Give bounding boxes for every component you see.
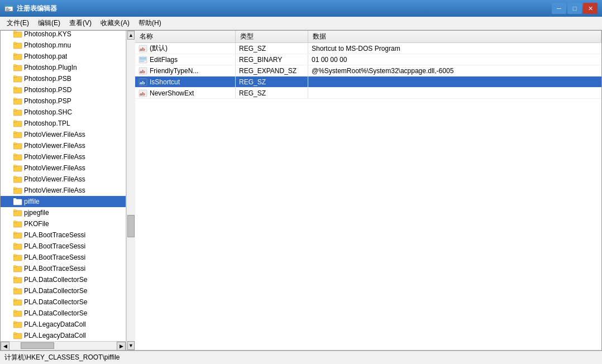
svg-rect-22 — [13, 87, 16, 88]
scroll-left-button[interactable]: ◀ — [1, 342, 9, 351]
cell-type: REG_SZ — [236, 76, 308, 87]
tree-expand-icon[interactable] — [5, 64, 13, 71]
folder-icon — [13, 276, 22, 284]
tree-item[interactable]: PhotoViewer.FileAss — [1, 151, 126, 162]
table-row[interactable]: EditFlagsREG_BINARY01 00 00 00 — [135, 54, 601, 65]
tree-expand-icon[interactable] — [5, 309, 13, 317]
table-row[interactable]: ab FriendlyTypeN...REG_EXPAND_SZ@%System… — [135, 65, 601, 76]
tree-item[interactable]: Photoshop.TPL — [1, 118, 126, 129]
col-header-type[interactable]: 类型 — [236, 31, 308, 42]
menu-favorites[interactable]: 收藏夹(A) — [96, 18, 134, 29]
scroll-track[interactable] — [9, 342, 117, 350]
folder-icon — [13, 31, 22, 38]
table-row[interactable]: ab NeverShowExtREG_SZ — [135, 88, 601, 99]
tree-expand-icon[interactable] — [5, 75, 13, 83]
tree-item[interactable]: PhotoViewer.FileAss — [1, 162, 126, 174]
tree-expand-icon[interactable] — [5, 198, 13, 205]
tree-item[interactable]: PhotoViewer.FileAss — [1, 185, 126, 196]
tree-expand-icon[interactable] — [5, 265, 13, 272]
tree-item[interactable]: PLA.DataCollectorSe — [1, 308, 126, 319]
tree-expand-icon[interactable] — [5, 231, 13, 239]
tree-expand-icon[interactable] — [5, 175, 13, 183]
tree-expand-icon[interactable] — [5, 142, 13, 150]
tree-item[interactable]: Photoshop.PSP — [1, 95, 126, 107]
tree-item[interactable]: PLA.LegacyDataColl — [1, 319, 126, 330]
table-row[interactable]: ab (默认)REG_SZShortcut to MS-DOS Program — [135, 43, 601, 54]
svg-rect-49 — [13, 187, 16, 189]
scroll-up-button[interactable]: ▲ — [127, 31, 135, 40]
tree-expand-icon[interactable] — [5, 287, 13, 295]
tree-expand-icon[interactable] — [5, 41, 13, 49]
tree-item[interactable]: Photoshop.KYS — [1, 31, 126, 40]
folder-icon — [13, 142, 22, 150]
folder-icon — [13, 41, 22, 49]
tree-item[interactable]: piffile — [1, 196, 126, 207]
minimize-button[interactable]: ─ — [552, 3, 566, 14]
folder-icon — [13, 265, 22, 272]
col-header-name[interactable]: 名称 — [135, 31, 236, 42]
tree-expand-icon[interactable] — [5, 186, 13, 194]
tree-item[interactable]: PLA.BootTraceSessi — [1, 229, 126, 241]
ab-reg-icon: ab — [138, 78, 147, 86]
tree-item[interactable]: PhotoViewer.FileAss — [1, 140, 126, 151]
menu-view[interactable]: 查看(V) — [65, 18, 96, 29]
tree-expand-icon[interactable] — [5, 31, 13, 38]
tree-expand-icon[interactable] — [5, 242, 13, 250]
tree-item-label: PLA.LegacyDataColl — [24, 320, 86, 328]
tree-item[interactable]: Photoshop.PlugIn — [1, 62, 126, 73]
tree-item[interactable]: Photoshop.PSB — [1, 73, 126, 84]
tree-item[interactable]: PKOFile — [1, 218, 126, 229]
table-row[interactable]: ab IsShortcutREG_SZ — [135, 76, 601, 88]
tree-expand-icon[interactable] — [5, 119, 13, 127]
tree-expand-icon[interactable] — [5, 86, 13, 94]
tree-item[interactable]: PLA.DataCollectorSe — [1, 296, 126, 308]
tree-item-label: PLA.DataCollectorSe — [24, 287, 87, 295]
tree-item[interactable]: PLA.DataCollectorSe — [1, 285, 126, 296]
tree-expand-icon[interactable] — [5, 153, 13, 161]
tree-item[interactable]: PhotoViewer.FileAss — [1, 129, 126, 140]
tree-expand-icon[interactable] — [5, 220, 13, 228]
close-button[interactable]: ✕ — [583, 3, 598, 14]
menu-help[interactable]: 帮助(H) — [134, 18, 166, 29]
tree-expand-icon[interactable] — [5, 52, 13, 60]
cell-name-text: EditFlags — [150, 56, 178, 64]
tree-vertical-scrollbar[interactable]: ▲ ▼ — [126, 31, 135, 350]
col-header-data[interactable]: 数据 — [308, 31, 601, 42]
scroll-down-button[interactable]: ▼ — [127, 341, 135, 350]
tree-item[interactable]: Photoshop.mnu — [1, 40, 126, 51]
menu-edit[interactable]: 编辑(E) — [34, 18, 65, 29]
tree-expand-icon[interactable] — [5, 164, 13, 172]
tree-expand-icon[interactable] — [5, 108, 13, 116]
tree-scroll-area[interactable]: Photoshop.KYS Photoshop.mnu Photoshop.pa… — [1, 31, 126, 341]
tree-panel[interactable]: Photoshop.KYS Photoshop.mnu Photoshop.pa… — [1, 31, 126, 350]
tree-item[interactable]: Photoshop.PSD — [1, 84, 126, 95]
tree-item[interactable]: PLA.BootTraceSessi — [1, 252, 126, 263]
cell-data: @%SystemRoot%\System32\acppage.dll,-6005 — [308, 65, 601, 76]
menu-file[interactable]: 文件(E) — [2, 18, 34, 29]
tree-expand-icon[interactable] — [5, 320, 13, 328]
tree-item[interactable]: PLA.BootTraceSessi — [1, 263, 126, 274]
svg-rect-67 — [13, 254, 16, 256]
tree-item[interactable]: PLA.LegacyDataColl — [1, 330, 126, 341]
svg-rect-43 — [13, 165, 16, 166]
tree-item[interactable]: PhotoViewer.FileAss — [1, 174, 126, 185]
tree-expand-icon[interactable] — [5, 276, 13, 284]
folder-icon — [13, 86, 22, 94]
tree-item[interactable]: pjpegfile — [1, 207, 126, 218]
svg-rect-93 — [140, 59, 146, 60]
tree-item[interactable]: Photoshop.SHC — [1, 107, 126, 118]
tree-expand-icon[interactable] — [5, 253, 13, 261]
maximize-button[interactable]: □ — [567, 3, 582, 14]
tree-item[interactable]: PLA.BootTraceSessi — [1, 241, 126, 252]
scroll-right-button[interactable]: ▶ — [117, 342, 126, 351]
tree-horizontal-scrollbar[interactable]: ◀ ▶ — [1, 341, 126, 350]
tree-expand-icon[interactable] — [5, 298, 13, 306]
tree-expand-icon[interactable] — [5, 97, 13, 105]
tree-item[interactable]: Photoshop.pat — [1, 51, 126, 62]
tree-expand-icon[interactable] — [5, 131, 13, 138]
tree-expand-icon[interactable] — [5, 332, 13, 339]
scroll-thumb — [21, 342, 54, 349]
tree-expand-icon[interactable] — [5, 209, 13, 217]
tree-item[interactable]: PLA.DataCollectorSe — [1, 274, 126, 285]
table-body[interactable]: ab (默认)REG_SZShortcut to MS-DOS Program … — [135, 43, 601, 350]
